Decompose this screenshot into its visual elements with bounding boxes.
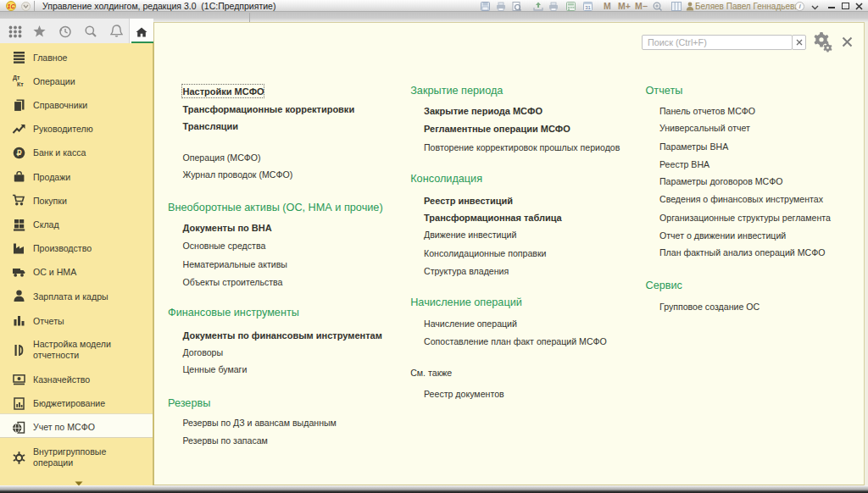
svg-text:₽: ₽ [16, 148, 21, 158]
svg-text:Кт: Кт [17, 81, 24, 87]
svg-text:Дт: Дт [13, 75, 20, 81]
svg-text:31: 31 [585, 5, 591, 10]
